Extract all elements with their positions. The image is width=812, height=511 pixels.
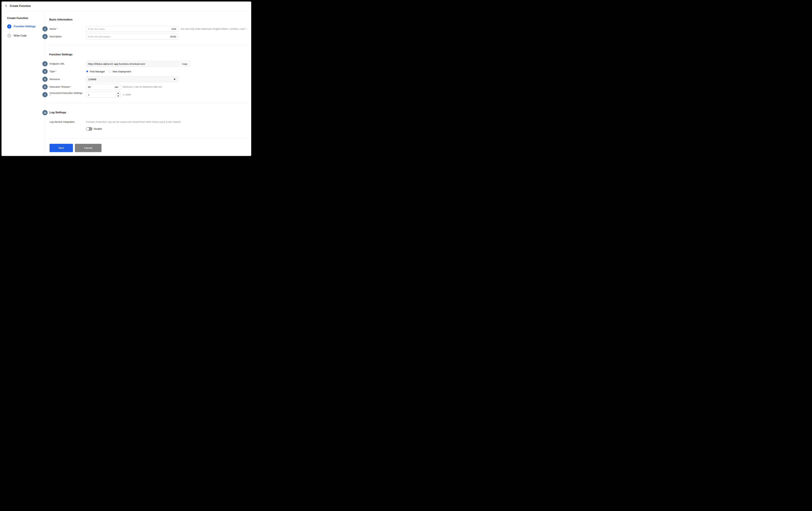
copy-button[interactable]: Copy — [179, 61, 190, 67]
name-input-shell: 0/45 — [86, 26, 178, 32]
description-input-shell: 0/250 — [86, 34, 178, 39]
type-radio-group: Pool Manager New Deployment — [86, 68, 131, 74]
resource-select[interactable]: 128MiB — [86, 76, 178, 82]
description-label: Description — [50, 35, 62, 38]
chevron-left-icon — [5, 4, 8, 8]
log-service-integration-label: Log Service Integration — [50, 120, 75, 123]
name-char-counter: 0/45 — [172, 28, 178, 30]
number-stepper — [116, 92, 120, 97]
step-connector-line — [9, 29, 9, 34]
execution-timeout-label: Execution Timeout* — [50, 85, 71, 88]
sidebar-step-write-code[interactable]: ✓ Write Code — [7, 34, 27, 38]
step-number-badge: 4 — [42, 69, 48, 74]
stepper-down-button[interactable] — [116, 95, 120, 97]
create-function-window: Create Function Create Function ✓ Functi… — [2, 2, 251, 155]
sidebar-step-function-settings[interactable]: ✓ Function Settings — [7, 24, 35, 29]
step-number-badge: 6 — [42, 84, 48, 89]
section-divider — [48, 103, 249, 103]
chevron-down-icon — [174, 79, 176, 80]
log-integration-toggle[interactable] — [86, 127, 92, 131]
step-number-badge: 1 — [42, 26, 48, 31]
execution-timeout-input[interactable] — [86, 86, 115, 88]
type-label: Type* — [50, 70, 56, 73]
resource-label: Resource — [50, 78, 60, 81]
description-char-counter: 0/250 — [170, 35, 178, 38]
concurrent-execution-input-shell — [86, 92, 120, 97]
radio-pool-manager[interactable] — [86, 70, 88, 73]
toggle-state-label: Disable — [94, 127, 102, 130]
radio-selected-dot — [86, 70, 88, 72]
form-main: Basic Information Name* 0/45 You can onl… — [45, 12, 251, 155]
name-hint: You can only enter lowercase English let… — [180, 27, 248, 31]
endpoint-url-label: Endpoint URL — [50, 62, 65, 65]
required-mark: * — [57, 27, 57, 30]
step-label: Function Settings — [13, 25, 35, 28]
endpoint-url-input-shell — [86, 61, 178, 67]
sidebar-title: Create Function — [7, 17, 28, 20]
radio-label-pool-manager[interactable]: Pool Manager — [90, 70, 105, 73]
arrow-down-icon — [117, 96, 119, 97]
steps-sidebar: Create Function ✓ Function Settings ✓ Wr… — [2, 12, 45, 155]
window-header: Create Function — [2, 2, 251, 12]
section-heading-log-settings: Log Settings — [50, 111, 66, 114]
cancel-button[interactable]: Cancel — [75, 144, 102, 152]
resource-selected-value: 128MiB — [88, 78, 96, 81]
step-number-badge: 7 — [42, 92, 48, 97]
description-input[interactable] — [86, 35, 170, 38]
section-heading-function-settings: Function Settings — [49, 53, 72, 56]
step-check-icon: ✓ — [7, 24, 11, 29]
toggle-knob — [86, 127, 89, 130]
page-title: Create Function — [10, 4, 31, 8]
concurrent-execution-input[interactable] — [86, 93, 120, 96]
step-number-badge: 5 — [42, 77, 48, 82]
concurrent-execution-hint: 1~1000 — [123, 93, 131, 96]
step-number-badge: 10 — [42, 110, 48, 115]
window-body: Create Function ✓ Function Settings ✓ Wr… — [2, 12, 251, 155]
back-button[interactable] — [4, 4, 8, 8]
stepper-up-button[interactable] — [116, 92, 120, 95]
step-number-badge: 2 — [42, 34, 48, 39]
arrow-up-icon — [117, 93, 119, 94]
concurrent-execution-label: Concurrent Execution Settings* — [50, 91, 83, 98]
next-button[interactable]: Next — [50, 144, 73, 152]
section-divider — [48, 138, 249, 139]
section-divider — [48, 45, 249, 46]
required-mark: * — [70, 85, 71, 88]
required-mark: * — [55, 70, 56, 72]
log-service-integration-description: Function Execution Log can be saved and … — [86, 120, 181, 123]
required-mark: * — [50, 95, 51, 97]
radio-new-deployment[interactable] — [109, 70, 111, 73]
name-label: Name* — [50, 27, 57, 31]
execution-timeout-input-shell: sec — [86, 84, 120, 90]
execution-timeout-hint: Minimum 1 sec to Maximum 900 sec — [123, 85, 162, 88]
step-label: Write Code — [13, 34, 27, 37]
step-check-icon: ✓ — [7, 34, 11, 38]
radio-label-new-deployment[interactable]: New Deployment — [113, 70, 131, 73]
section-heading-basic-information: Basic Information — [49, 18, 72, 22]
endpoint-url-input[interactable] — [86, 62, 178, 65]
timeout-unit-label: sec — [115, 86, 120, 88]
step-number-badge: 3 — [42, 61, 48, 66]
name-input[interactable] — [86, 28, 172, 30]
